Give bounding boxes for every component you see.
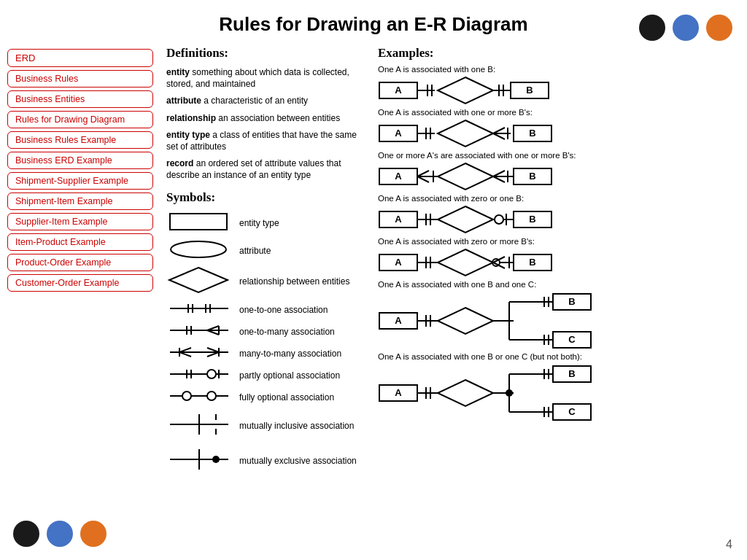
- symbol-entity-type: entity type: [166, 211, 371, 236]
- symbol-fully-optional: fully optional association: [166, 389, 371, 406]
- svg-text:B: B: [529, 128, 535, 139]
- svg-text:A: A: [395, 128, 402, 139]
- svg-text:A: A: [395, 387, 402, 398]
- svg-point-81: [495, 215, 503, 224]
- symbol-label-mutually-inclusive: mutually inclusive association: [239, 421, 354, 431]
- ex-label-zero-many: One A is associated with zero or more B'…: [378, 237, 741, 246]
- svg-text:C: C: [568, 334, 576, 345]
- sidebar-item-product-order[interactable]: Product-Order Example: [7, 254, 153, 271]
- symbol-label-fully-optional: fully optional association: [239, 392, 334, 402]
- svg-marker-67: [438, 163, 493, 190]
- symbol-label-many-many: many-to-many association: [239, 349, 341, 359]
- ex-diagram-many-many: A B: [378, 162, 741, 191]
- svg-text:B: B: [526, 85, 533, 96]
- ex-label-one-b-and-c: One A is associated with one B and one C…: [378, 280, 741, 289]
- symbol-label-entity-type: entity type: [239, 218, 279, 228]
- symbol-attribute: attribute: [166, 240, 371, 262]
- def-term-attribute: attribute: [166, 96, 201, 106]
- svg-marker-90: [438, 249, 493, 276]
- svg-point-1: [171, 241, 226, 257]
- symbols-title: Symbols:: [166, 190, 371, 205]
- svg-point-136: [506, 389, 513, 397]
- svg-marker-103: [438, 308, 493, 334]
- sidebar-item-customer-order[interactable]: Customer-Order Example: [7, 274, 153, 292]
- def-term-relationship: relationship: [166, 113, 216, 123]
- ex-label-one-b-or-c: One A is associated with one B or one C …: [378, 352, 741, 361]
- sidebar-item-shipment-item[interactable]: Shipment-Item Example: [7, 192, 153, 210]
- svg-point-27: [182, 392, 191, 400]
- svg-text:A: A: [395, 171, 402, 182]
- svg-line-64: [417, 171, 429, 176]
- ex-label-zero-one: One A is associated with zero or one B:: [378, 194, 741, 203]
- svg-line-57: [493, 133, 505, 139]
- circle-orange-bottom: [80, 521, 107, 547]
- ex-diagram-zero-one: A B: [378, 205, 741, 234]
- examples-panel: Examples: One A is associated with one B…: [378, 46, 741, 553]
- definitions-panel: Definitions: entity something about whic…: [166, 46, 371, 553]
- sidebar-item-rules-drawing[interactable]: Rules for Drawing Diagram: [7, 111, 153, 128]
- svg-marker-122: [438, 380, 493, 406]
- svg-text:B: B: [568, 368, 575, 379]
- symbol-label-partly-optional: partly optional association: [239, 370, 340, 381]
- symbol-label-one-many: one-to-many association: [239, 327, 335, 337]
- svg-line-65: [417, 176, 429, 182]
- svg-text:A: A: [395, 257, 402, 268]
- page-number: 4: [726, 538, 732, 551]
- symbol-mutually-exclusive: mutually exclusive association: [166, 446, 371, 476]
- def-attribute: attribute a characteristic of an entity: [166, 95, 371, 106]
- ex-label-one-more-b: One A is associated with one or more B's…: [378, 108, 741, 117]
- svg-text:B: B: [529, 214, 535, 225]
- svg-line-69: [493, 171, 505, 176]
- circle-black-top: [639, 15, 665, 41]
- circle-black-bottom: [13, 521, 39, 547]
- svg-point-24: [207, 370, 216, 378]
- sidebar-item-business-entities[interactable]: Business Entities: [7, 90, 153, 108]
- svg-point-28: [207, 392, 216, 400]
- ex-label-many-many: One or more A's are associated with one …: [378, 151, 741, 160]
- def-entity: entity something about which data is col…: [166, 66, 371, 90]
- sidebar-item-erd[interactable]: ERD: [7, 49, 153, 67]
- symbol-partly-optional: partly optional association: [166, 367, 371, 384]
- def-desc-relationship: an association between entities: [218, 113, 340, 123]
- symbol-one-many: one-to-many association: [166, 323, 371, 341]
- sidebar: ERD Business Rules Business Entities Rul…: [0, 43, 160, 556]
- ex-diagram-one-b-or-c: A B: [378, 363, 741, 421]
- def-term-entity: entity: [166, 67, 190, 77]
- def-entity-type: entity type a class of entities that hav…: [166, 129, 371, 152]
- svg-marker-43: [438, 77, 493, 104]
- examples-title: Examples:: [378, 46, 741, 61]
- bottom-circles: [13, 521, 107, 547]
- svg-point-37: [212, 456, 220, 463]
- symbol-label-attribute: attribute: [239, 246, 271, 256]
- symbol-label-relationship: relationship between entities: [239, 276, 349, 287]
- svg-text:B: B: [568, 296, 575, 307]
- definitions-title: Definitions:: [166, 46, 371, 61]
- svg-text:C: C: [568, 406, 576, 417]
- sidebar-item-business-rules-example[interactable]: Business Rules Example: [7, 131, 153, 149]
- sidebar-item-supplier-item[interactable]: Supplier-Item Example: [7, 213, 153, 230]
- symbol-mutually-inclusive: mutually inclusive association: [166, 411, 371, 441]
- symbol-label-one-one: one-to-one association: [239, 305, 328, 315]
- main-content: Definitions: entity something about whic…: [160, 43, 747, 556]
- def-desc-attribute: a characteristic of an entity: [204, 96, 308, 106]
- def-relationship: relationship an association between enti…: [166, 112, 371, 124]
- symbol-one-one: one-to-one association: [166, 301, 371, 319]
- symbol-many-many: many-to-many association: [166, 345, 371, 362]
- svg-text:B: B: [529, 171, 535, 182]
- symbol-relationship: relationship between entities: [166, 266, 371, 297]
- sidebar-item-business-erd-example[interactable]: Business ERD Example: [7, 152, 153, 169]
- sidebar-item-business-rules[interactable]: Business Rules: [7, 70, 153, 88]
- ex-diagram-one-b-and-c: A B: [378, 291, 741, 349]
- ex-diagram-zero-many: A B: [378, 248, 741, 277]
- circle-blue-top: [673, 15, 699, 41]
- ex-label-one-one: One A is associated with one B:: [378, 65, 741, 74]
- sidebar-item-item-product[interactable]: Item-Product Example: [7, 233, 153, 251]
- top-circles: [639, 15, 732, 41]
- ex-diagram-one-more-b: A B: [378, 119, 741, 148]
- def-term-entity-type: entity type: [166, 130, 210, 140]
- sidebar-item-shipment-supplier[interactable]: Shipment-Supplier Example: [7, 172, 153, 190]
- svg-text:B: B: [529, 257, 535, 268]
- svg-marker-54: [438, 120, 493, 147]
- page-title: Rules for Drawing an E-R Diagram: [0, 0, 747, 43]
- def-desc-entity: something about which data is collected,…: [166, 67, 349, 89]
